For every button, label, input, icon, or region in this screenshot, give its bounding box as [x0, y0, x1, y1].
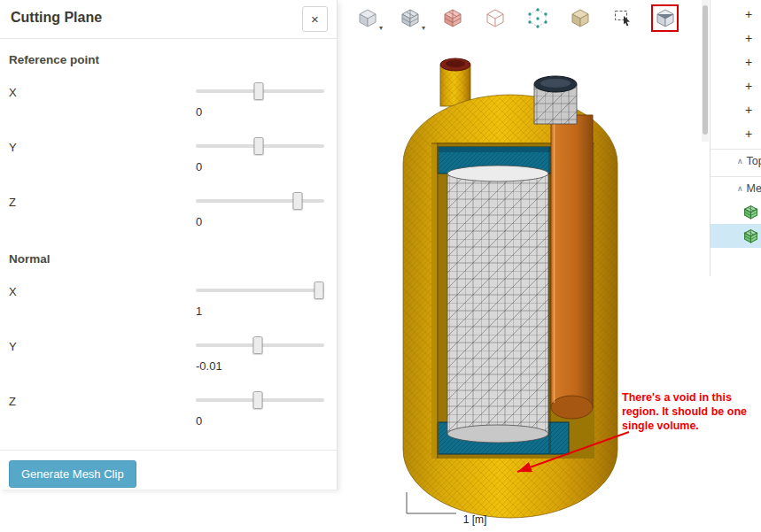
vessel-orange-duct	[551, 115, 593, 419]
generate-mesh-clip-button[interactable]: Generate Mesh Clip	[9, 460, 136, 488]
normal-heading: Normal	[0, 238, 337, 273]
section-topology-label: Top	[747, 155, 761, 167]
tree-row[interactable]: +	[711, 121, 761, 145]
scrollbar-thumb[interactable]	[703, 5, 708, 135]
reference-x-slider[interactable]	[196, 82, 324, 100]
reference-y-value: 0	[196, 160, 324, 173]
slider-track[interactable]	[196, 199, 324, 203]
mesh-item-row-selected[interactable]	[711, 224, 761, 248]
points-view-icon[interactable]	[525, 6, 549, 30]
normal-x-row: X 1	[0, 273, 337, 328]
surface-view-icon[interactable]: ▾	[355, 6, 379, 30]
normal-y-value: -0.01	[196, 359, 324, 373]
slider-handle[interactable]	[252, 336, 262, 354]
section-topology[interactable]: ∧ Top	[711, 150, 761, 173]
expand-node-button[interactable]: +	[742, 79, 756, 93]
mesh-cube-icon	[743, 228, 758, 243]
tree-row[interactable]: +	[711, 26, 761, 50]
slider-track[interactable]	[196, 289, 324, 292]
panel-footer: Generate Mesh Clip	[0, 450, 337, 497]
reference-y-label: Y	[9, 141, 17, 154]
normal-x-value: 1	[196, 305, 324, 318]
expand-node-button[interactable]: +	[742, 127, 756, 141]
tree-scrollbar[interactable]	[702, 0, 709, 142]
collapse-icon[interactable]: ∧	[737, 184, 743, 193]
expand-node-button[interactable]: +	[742, 103, 756, 117]
dropdown-caret-icon[interactable]: ▾	[422, 24, 425, 32]
mesh-item-row[interactable]	[711, 200, 761, 224]
scale-label: 1 [m]	[438, 513, 512, 526]
section-mesh[interactable]: ∧ Me	[711, 177, 761, 200]
slider-handle[interactable]	[292, 192, 302, 210]
normal-z-slider[interactable]	[196, 391, 324, 409]
reference-z-value: 0	[196, 215, 324, 228]
reference-x-row: X 0	[0, 73, 337, 128]
wireframe-icon[interactable]	[483, 6, 507, 30]
normal-y-label: Y	[9, 340, 17, 353]
scene-tree-panel: + + + + + + ∧ Top ∧ Me	[710, 0, 761, 276]
reference-x-value: 0	[196, 105, 324, 119]
box-select-icon[interactable]	[610, 6, 634, 30]
reference-z-row: Z 0	[0, 183, 337, 238]
slider-handle[interactable]	[254, 82, 264, 100]
normal-z-value: 0	[196, 414, 324, 428]
section-mesh-label: Me	[747, 182, 761, 195]
vessel-right-nozzle	[534, 76, 577, 124]
reference-y-row: Y 0	[0, 128, 337, 183]
vessel-left-nozzle	[440, 58, 470, 106]
panel-title: Cutting Plane	[11, 10, 102, 26]
viewport-toolbar: ▾ ▾	[338, 0, 703, 35]
collapse-icon[interactable]: ∧	[737, 157, 743, 166]
slider-handle[interactable]	[314, 281, 324, 299]
reference-x-label: X	[9, 86, 17, 99]
reference-z-label: Z	[9, 196, 16, 209]
void-annotation-text: There's a void in this region. It should…	[622, 390, 761, 433]
normal-x-slider[interactable]	[196, 281, 324, 299]
expand-node-button[interactable]: +	[742, 55, 756, 69]
reference-point-heading: Reference point	[0, 39, 337, 73]
close-button[interactable]: ×	[302, 6, 328, 32]
reference-z-slider[interactable]	[196, 192, 324, 210]
mesh-clip-icon[interactable]	[653, 6, 677, 30]
volume-view-icon[interactable]	[568, 6, 592, 30]
tree-row[interactable]: +	[711, 73, 761, 97]
normal-y-row: Y -0.01	[0, 328, 337, 382]
dropdown-caret-icon[interactable]: ▾	[379, 24, 383, 32]
panel-header: Cutting Plane ×	[0, 0, 337, 39]
mesh-cube-icon	[743, 204, 758, 220]
surface-with-edges-icon[interactable]: ▾	[398, 6, 422, 30]
slider-handle[interactable]	[254, 137, 264, 155]
normal-z-row: Z 0	[0, 382, 337, 437]
mesh-quality-icon[interactable]	[440, 6, 464, 30]
normal-y-slider[interactable]	[196, 336, 324, 354]
normal-z-label: Z	[9, 395, 16, 408]
tree-row[interactable]: +	[711, 97, 761, 121]
normal-x-label: X	[9, 285, 17, 298]
expand-node-button[interactable]: +	[742, 7, 756, 21]
expand-node-button[interactable]: +	[742, 31, 756, 45]
viewport-3d[interactable]	[338, 0, 703, 532]
reference-y-slider[interactable]	[196, 137, 324, 155]
tree-row[interactable]: +	[711, 2, 761, 26]
cutting-plane-panel: Cutting Plane × Reference point X 0 Y 0 …	[0, 0, 338, 490]
tree-row[interactable]: +	[711, 50, 761, 73]
slider-handle[interactable]	[252, 391, 262, 409]
